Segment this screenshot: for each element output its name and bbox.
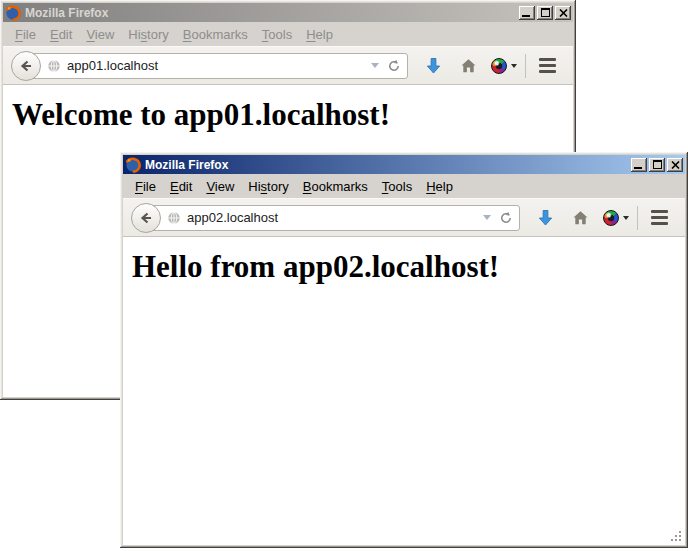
page-content-app02: Hello from app02.localhost! bbox=[123, 237, 685, 545]
menu-edit[interactable]: Edit bbox=[163, 176, 199, 197]
url-text: app02.localhost bbox=[187, 210, 483, 225]
maximize-button[interactable] bbox=[649, 158, 665, 172]
close-button[interactable] bbox=[555, 6, 571, 20]
maximize-icon bbox=[653, 160, 662, 169]
maximize-button[interactable] bbox=[537, 6, 553, 20]
download-icon bbox=[426, 57, 441, 75]
back-arrow-icon bbox=[18, 58, 34, 74]
reload-icon[interactable] bbox=[387, 59, 401, 73]
color-wheel-icon bbox=[491, 58, 507, 74]
minimize-button[interactable] bbox=[631, 158, 647, 172]
resize-grip[interactable] bbox=[671, 531, 684, 544]
close-button[interactable] bbox=[667, 158, 683, 172]
back-button[interactable] bbox=[11, 51, 41, 81]
firefox-icon bbox=[125, 157, 141, 173]
download-button[interactable] bbox=[416, 50, 451, 82]
firefox-icon bbox=[5, 5, 21, 21]
url-dropdown-icon[interactable] bbox=[483, 215, 491, 220]
download-icon bbox=[538, 209, 553, 227]
home-icon bbox=[572, 210, 589, 226]
page-heading: Welcome to app01.localhost! bbox=[12, 97, 573, 133]
navigation-toolbar: app01.localhost bbox=[3, 46, 573, 85]
hamburger-icon bbox=[651, 210, 668, 225]
download-button[interactable] bbox=[528, 202, 563, 234]
menu-bookmarks[interactable]: Bookmarks bbox=[296, 176, 375, 197]
close-icon bbox=[559, 9, 568, 17]
hamburger-icon bbox=[539, 58, 556, 73]
menu-tools[interactable]: Tools bbox=[375, 176, 419, 197]
menu-tools[interactable]: Tools bbox=[255, 24, 299, 45]
theme-picker-button[interactable] bbox=[486, 50, 521, 82]
menu-bar: File Edit View History Bookmarks Tools H… bbox=[123, 175, 685, 198]
titlebar[interactable]: Mozilla Firefox bbox=[3, 3, 573, 22]
page-heading: Hello from app02.localhost! bbox=[132, 249, 685, 285]
toolbar-separator bbox=[637, 206, 638, 230]
globe-icon[interactable] bbox=[167, 211, 181, 225]
toolbar-separator bbox=[525, 54, 526, 78]
menu-bar: File Edit View History Bookmarks Tools H… bbox=[3, 23, 573, 46]
minimize-icon bbox=[522, 15, 530, 17]
window-title: Mozilla Firefox bbox=[145, 158, 631, 172]
reload-icon[interactable] bbox=[499, 211, 513, 225]
url-input[interactable]: app01.localhost bbox=[26, 53, 408, 79]
app-menu-button[interactable] bbox=[642, 202, 677, 234]
menu-help[interactable]: Help bbox=[299, 24, 340, 45]
navigation-toolbar: app02.localhost bbox=[123, 198, 685, 237]
app-menu-button[interactable] bbox=[530, 50, 565, 82]
globe-icon[interactable] bbox=[47, 59, 61, 73]
home-icon bbox=[460, 58, 477, 74]
menu-edit[interactable]: Edit bbox=[43, 24, 79, 45]
titlebar[interactable]: Mozilla Firefox bbox=[123, 155, 685, 174]
minimize-button[interactable] bbox=[519, 6, 535, 20]
menu-file[interactable]: File bbox=[128, 176, 163, 197]
color-wheel-icon bbox=[603, 210, 619, 226]
url-input[interactable]: app02.localhost bbox=[146, 205, 520, 231]
minimize-icon bbox=[634, 167, 642, 169]
home-button[interactable] bbox=[451, 50, 486, 82]
menu-help[interactable]: Help bbox=[419, 176, 460, 197]
back-button[interactable] bbox=[131, 203, 161, 233]
chevron-down-icon bbox=[511, 64, 517, 68]
menu-history[interactable]: History bbox=[121, 24, 175, 45]
menu-view[interactable]: View bbox=[79, 24, 121, 45]
theme-picker-button[interactable] bbox=[598, 202, 633, 234]
url-dropdown-icon[interactable] bbox=[371, 63, 379, 68]
chevron-down-icon bbox=[623, 216, 629, 220]
menu-bookmarks[interactable]: Bookmarks bbox=[176, 24, 255, 45]
home-button[interactable] bbox=[563, 202, 598, 234]
browser-window-app02: Mozilla Firefox File Edit View History B… bbox=[120, 152, 688, 548]
menu-file[interactable]: File bbox=[8, 24, 43, 45]
menu-history[interactable]: History bbox=[241, 176, 295, 197]
menu-view[interactable]: View bbox=[199, 176, 241, 197]
url-text: app01.localhost bbox=[67, 58, 371, 73]
maximize-icon bbox=[541, 8, 550, 17]
close-icon bbox=[671, 161, 680, 169]
window-title: Mozilla Firefox bbox=[25, 6, 519, 20]
back-arrow-icon bbox=[138, 210, 154, 226]
